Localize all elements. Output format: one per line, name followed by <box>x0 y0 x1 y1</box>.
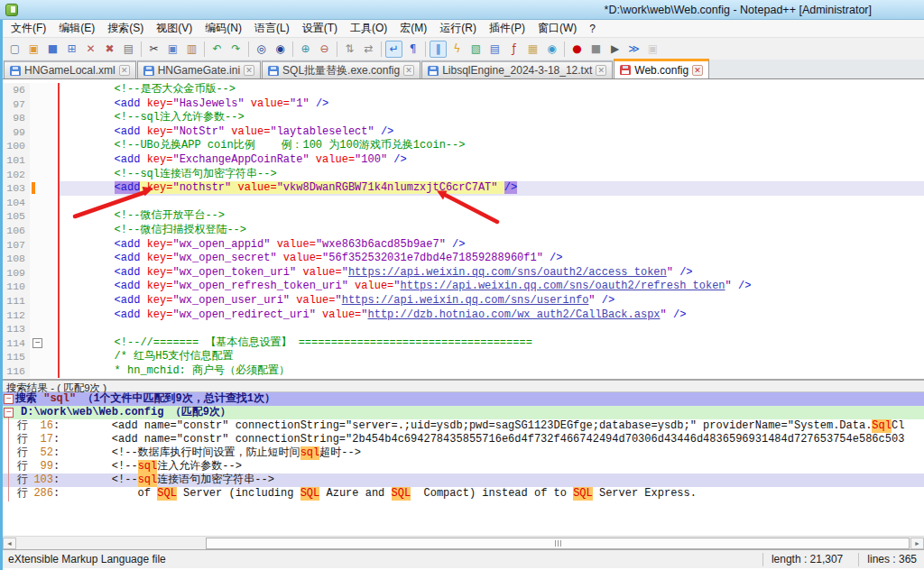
indent-guide-icon[interactable]: ∥ <box>430 41 447 58</box>
editor-line[interactable]: 102 <!--sql连接语句加密字符串--> <box>3 168 924 182</box>
editor-line[interactable]: 98 <!--sql注入允许参数--> <box>3 111 924 125</box>
code-text: <add key="wx_open_token_uri" value="http… <box>58 266 924 280</box>
copy-icon[interactable]: ▣ <box>164 41 181 58</box>
editor-line[interactable]: 113 <box>3 322 924 336</box>
menu-item-0[interactable]: 文件(F) <box>5 19 52 38</box>
monitoring-icon[interactable]: ◉ <box>543 41 560 58</box>
editor[interactable]: 96 <!--是否大众金币版-->97 <add key="HasJewels"… <box>3 79 924 379</box>
sync-horizontal-icon[interactable]: ⇄ <box>360 41 377 58</box>
tab-close-icon[interactable]: ✕ <box>596 65 606 76</box>
results-fold-minus-icon[interactable]: − <box>4 394 14 404</box>
editor-line[interactable]: 109 <add key="wx_open_token_uri" value="… <box>3 266 924 280</box>
code-segment: Compact) instead of to <box>411 487 573 501</box>
save-all-icon[interactable]: ⊞ <box>63 41 80 58</box>
search-query-row[interactable]: 搜索 "sql" （1个文件中匹配到9次，总计查找1次） <box>3 392 924 406</box>
editor-line[interactable]: 111 <add key="wx_open_user_uri" value="h… <box>3 294 924 308</box>
line-number: 105 <box>3 209 30 224</box>
find-icon[interactable]: ◎ <box>253 41 270 58</box>
close-file-icon[interactable]: ✕ <box>82 41 99 58</box>
editor-line[interactable]: 110 <add key="wx_open_refresh_token_uri"… <box>3 280 924 294</box>
search-result-row[interactable]: 行286: of SQL Server (including SQL Azure… <box>3 487 924 501</box>
find-icon-glyph: ◎ <box>256 43 265 54</box>
editor-line[interactable]: 101 <add key="ExchangeAppCoinRate" value… <box>3 153 924 168</box>
macro-run-multiple-icon[interactable]: ≫ <box>625 41 642 58</box>
tab-close-icon[interactable]: ✕ <box>403 65 414 76</box>
menu-item-1[interactable]: 编辑(E) <box>52 19 101 38</box>
menu-item-6[interactable]: 设置(T) <box>296 19 344 38</box>
editor-line[interactable]: 96 <!--是否大众金币版--> <box>3 83 924 97</box>
scrollbar-thumb[interactable] <box>206 538 910 549</box>
menu-item-4[interactable]: 编码(N) <box>199 19 248 38</box>
zoom-out-icon[interactable]: ⊖ <box>316 41 333 58</box>
horizontal-scrollbar[interactable]: ◄ ► <box>3 536 924 549</box>
menu-item-9[interactable]: 运行(R) <box>433 19 483 38</box>
editor-line[interactable]: 100 <!--UBo兑换APP coin比例 例：100 为100游戏币兑换1… <box>3 139 924 153</box>
code-segment: " <box>361 308 367 321</box>
tab-close-icon[interactable]: ✕ <box>244 65 254 76</box>
document-map-icon[interactable]: ▧ <box>467 41 485 58</box>
editor-line[interactable]: 114− <!--//======= 【基本信息设置】 ============… <box>3 336 924 351</box>
macro-play-icon[interactable]: ▶ <box>606 41 624 58</box>
menu-item-10[interactable]: 插件(P) <box>483 19 531 38</box>
editor-line[interactable]: 108 <add key="wx_open_secret" value="56f… <box>3 252 924 266</box>
function-list-icon[interactable]: ƒ <box>505 41 522 58</box>
editor-line[interactable]: 105 <!--微信开放平台--> <box>3 209 924 224</box>
tab-close-icon[interactable]: ✕ <box>119 65 130 76</box>
close-all-icon[interactable]: ✖ <box>101 41 118 58</box>
fold-collapse-icon[interactable]: − <box>32 338 42 348</box>
editor-line[interactable]: 97 <add key="HasJewels" value="1" /> <box>3 97 924 112</box>
zoom-in-icon[interactable]: ⊕ <box>297 41 314 58</box>
editor-line[interactable]: 107 <add key="wx_open_appid" value="wxe8… <box>3 238 924 253</box>
search-result-row[interactable]: 行52: <!--数据库执行时间设置，防止短时间sql超时--> <box>3 446 924 460</box>
editor-line[interactable]: 116 * hn_mchid: 商户号（必须配置） <box>3 364 924 379</box>
editor-line[interactable]: 112 <add key="wx_open_redirect_uri" valu… <box>3 308 924 323</box>
editor-line[interactable]: 106 <!--微信扫描授权登陆--> <box>3 224 924 238</box>
show-all-characters-icon[interactable]: ¶ <box>404 41 421 58</box>
search-result-row[interactable]: 行16: <add name="constr" connectionString… <box>3 419 924 433</box>
new-file-icon[interactable]: ▢ <box>6 41 23 58</box>
search-result-row[interactable]: 行99: <!--sql注入允许参数--> <box>3 460 924 473</box>
replace-icon[interactable]: ◉ <box>272 41 289 58</box>
doc-type-label: eXtensible Markup Language file <box>3 553 754 565</box>
cut-icon[interactable]: ✂ <box>145 41 162 58</box>
word-wrap-icon[interactable]: ↵ <box>385 41 402 58</box>
tab-2[interactable]: SQL批量替换.exe.config✕ <box>262 60 420 78</box>
macro-record-icon[interactable]: ● <box>568 41 586 58</box>
document-list-icon[interactable]: ▤ <box>486 41 504 58</box>
menu-item-12[interactable]: ? <box>583 21 602 37</box>
editor-line[interactable]: 104 <box>3 196 924 210</box>
redo-icon[interactable]: ↷ <box>227 41 245 58</box>
tab-close-icon[interactable]: ✕ <box>692 65 703 76</box>
tab-1[interactable]: HNGameGate.ini✕ <box>137 60 261 78</box>
editor-line[interactable]: 115 /* 红鸟H5支付信息配置 <box>3 350 924 364</box>
menu-item-2[interactable]: 搜索(S) <box>101 19 150 38</box>
macro-stop-icon[interactable]: ■ <box>587 41 605 58</box>
search-result-row[interactable]: 行103: <!--sql连接语句加密字符串--> <box>3 473 924 487</box>
print-icon[interactable]: ▤ <box>120 41 137 58</box>
folder-as-workspace-icon[interactable]: ▦ <box>524 41 541 58</box>
macro-save-icon[interactable]: ▣ <box>644 41 661 58</box>
file-fold-minus-icon[interactable]: − <box>4 408 14 418</box>
editor-line[interactable]: 103 <add key="nothstr" value="vkw8DwanRG… <box>3 181 924 196</box>
tab-4[interactable]: Web.config✕ <box>614 59 709 78</box>
user-defined-dialog-icon[interactable]: ϟ <box>448 41 466 58</box>
search-file-row[interactable]: D:\work\web\Web.config （匹配9次） <box>3 406 924 419</box>
save-icon[interactable]: ■ <box>44 41 61 58</box>
paste-icon[interactable]: ▥ <box>183 41 200 58</box>
tab-3[interactable]: LibsqlEngine_2024-3-18_12.txt✕ <box>421 60 613 78</box>
menu-item-8[interactable]: 宏(M) <box>393 19 433 38</box>
undo-icon[interactable]: ↶ <box>208 41 226 58</box>
scroll-right-arrow[interactable]: ► <box>910 538 924 549</box>
sync-vertical-icon[interactable]: ⇅ <box>341 41 358 58</box>
scroll-left-arrow[interactable]: ◄ <box>3 538 16 549</box>
editor-line[interactable]: 99 <add key="NotStr" value="laytablesele… <box>3 125 924 140</box>
menu-item-11[interactable]: 窗口(W) <box>531 19 583 38</box>
menu-item-7[interactable]: 工具(O) <box>344 19 393 38</box>
tab-0[interactable]: HNGameLocal.xml✕ <box>4 60 136 78</box>
menu-item-3[interactable]: 视图(V) <box>150 19 199 38</box>
menu-item-5[interactable]: 语言(L) <box>248 19 296 38</box>
search-result-row[interactable]: 行17: <add name="constr" connectionString… <box>3 433 924 446</box>
open-folder-icon[interactable]: ▣ <box>25 41 42 58</box>
saved-file-icon <box>143 66 154 76</box>
cut-icon-glyph: ✂ <box>149 43 158 54</box>
